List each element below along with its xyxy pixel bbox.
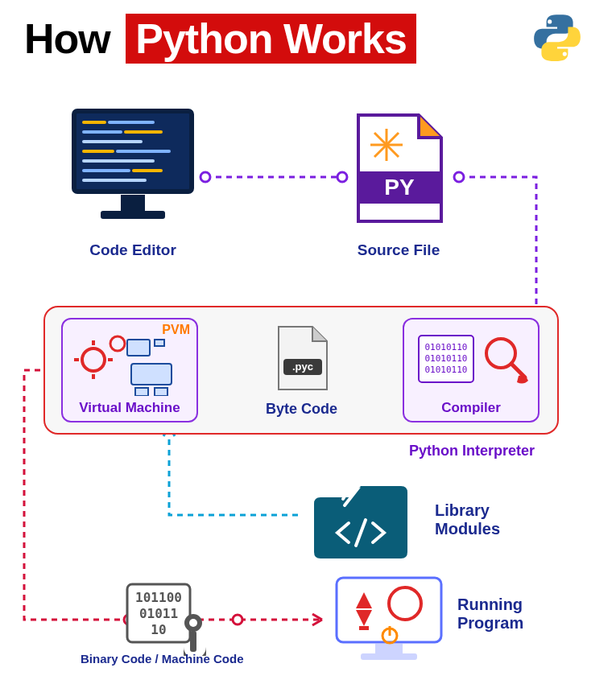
compiler-icon: 01010110 01010110 01010110 [404,319,541,398]
binary-code-icon: 101100 01011 10 [121,579,225,656]
svg-text:.pyc: .pyc [292,361,313,373]
svg-rect-60 [361,653,417,660]
svg-text:01010110: 01010110 [425,365,468,375]
svg-text:01011: 01011 [139,606,178,621]
virtual-machine-label: Virtual Machine [63,400,196,416]
svg-rect-59 [375,644,403,653]
source-file-icon: PY [346,109,451,229]
svg-rect-38 [155,340,164,346]
svg-point-56 [189,619,197,627]
svg-point-2 [454,172,464,182]
svg-rect-37 [127,340,150,356]
svg-rect-24 [101,211,165,219]
library-modules-label: LibraryModules [435,501,500,538]
svg-rect-39 [131,364,172,385]
svg-point-36 [110,336,125,351]
svg-point-31 [82,348,105,371]
svg-point-0 [201,172,210,182]
svg-rect-41 [155,388,167,396]
code-editor-icon [64,105,201,233]
library-modules-icon [304,475,417,563]
running-program-label: RunningProgram [457,596,523,633]
svg-text:101100: 101100 [135,590,182,605]
svg-rect-57 [190,631,196,652]
binary-code-label: Binary Code / Machine Code [81,652,244,666]
code-editor-label: Code Editor [81,241,185,259]
svg-text:10: 10 [151,622,166,637]
svg-rect-40 [135,388,148,396]
svg-point-10 [233,615,242,624]
svg-text:PY: PY [384,175,415,200]
running-program-icon [329,571,449,668]
svg-rect-23 [121,195,145,211]
virtual-machine-box: PVM Virtual Machine [61,318,198,422]
svg-rect-61 [359,626,369,630]
compiler-box: 01010110 01010110 01010110 Compiler [403,318,540,422]
pvm-tag: PVM [162,323,190,337]
python-interpreter-label: Python Interpreter [409,443,535,460]
svg-text:01010110: 01010110 [425,342,468,352]
source-file-label: Source File [346,241,451,259]
bytecode-file-icon: .pyc [271,324,333,396]
compiler-label: Compiler [404,400,538,416]
svg-text:01010110: 01010110 [425,353,468,364]
byte-code-label: Byte Code [266,401,337,418]
